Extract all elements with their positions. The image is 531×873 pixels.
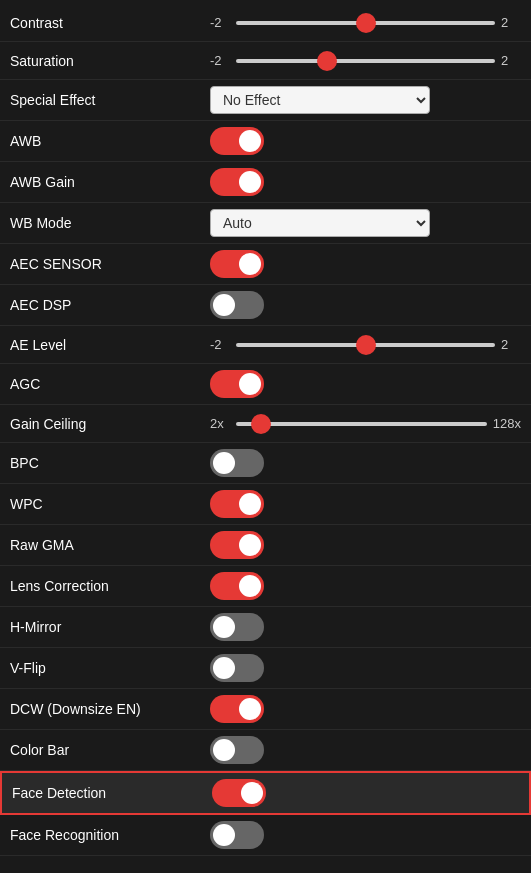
- slider-thumb-gain-ceiling[interactable]: [251, 414, 271, 434]
- row-contrast: Contrast-22: [0, 4, 531, 42]
- select-special-effect[interactable]: No EffectNegativeGrayscaleRed TintGreen …: [210, 86, 430, 114]
- toggle-wpc[interactable]: [210, 490, 264, 518]
- label-awb: AWB: [10, 133, 210, 149]
- row-face-detection: Face Detection: [0, 771, 531, 815]
- row-saturation: Saturation-22: [0, 42, 531, 80]
- row-wpc: WPC: [0, 484, 531, 525]
- label-lens-correction: Lens Correction: [10, 578, 210, 594]
- control-awb-gain: [210, 168, 521, 196]
- slider-min-saturation: -2: [210, 53, 230, 68]
- label-wb-mode: WB Mode: [10, 215, 210, 231]
- label-aec-dsp: AEC DSP: [10, 297, 210, 313]
- slider-min-ae-level: -2: [210, 337, 230, 352]
- row-agc: AGC: [0, 364, 531, 405]
- control-saturation: -22: [210, 53, 521, 68]
- toggle-face-detection[interactable]: [212, 779, 266, 807]
- toggle-face-recognition[interactable]: [210, 821, 264, 849]
- toggle-awb[interactable]: [210, 127, 264, 155]
- row-raw-gma: Raw GMA: [0, 525, 531, 566]
- label-face-detection: Face Detection: [12, 785, 212, 801]
- slider-min-contrast: -2: [210, 15, 230, 30]
- slider-track-ae-level[interactable]: [236, 343, 495, 347]
- slider-thumb-contrast[interactable]: [356, 13, 376, 33]
- toggle-color-bar[interactable]: [210, 736, 264, 764]
- control-color-bar: [210, 736, 521, 764]
- toggle-bpc[interactable]: [210, 449, 264, 477]
- row-gain-ceiling: Gain Ceiling2x128x: [0, 405, 531, 443]
- control-wpc: [210, 490, 521, 518]
- row-h-mirror: H-Mirror: [0, 607, 531, 648]
- label-contrast: Contrast: [10, 15, 210, 31]
- label-h-mirror: H-Mirror: [10, 619, 210, 635]
- control-h-mirror: [210, 613, 521, 641]
- control-aec-dsp: [210, 291, 521, 319]
- control-dcw: [210, 695, 521, 723]
- toggle-v-flip[interactable]: [210, 654, 264, 682]
- toggle-aec-sensor[interactable]: [210, 250, 264, 278]
- label-face-recognition: Face Recognition: [10, 827, 210, 843]
- label-saturation: Saturation: [10, 53, 210, 69]
- control-gain-ceiling: 2x128x: [210, 416, 521, 431]
- slider-track-contrast[interactable]: [236, 21, 495, 25]
- row-aec-sensor: AEC SENSOR: [0, 244, 531, 285]
- toggle-h-mirror[interactable]: [210, 613, 264, 641]
- row-face-recognition: Face Recognition: [0, 815, 531, 856]
- row-dcw: DCW (Downsize EN): [0, 689, 531, 730]
- slider-min-gain-ceiling: 2x: [210, 416, 230, 431]
- label-ae-level: AE Level: [10, 337, 210, 353]
- label-dcw: DCW (Downsize EN): [10, 701, 210, 717]
- control-face-detection: [212, 779, 519, 807]
- toggle-agc[interactable]: [210, 370, 264, 398]
- row-aec-dsp: AEC DSP: [0, 285, 531, 326]
- label-gain-ceiling: Gain Ceiling: [10, 416, 210, 432]
- control-ae-level: -22: [210, 337, 521, 352]
- label-agc: AGC: [10, 376, 210, 392]
- label-aec-sensor: AEC SENSOR: [10, 256, 210, 272]
- control-bpc: [210, 449, 521, 477]
- slider-thumb-saturation[interactable]: [317, 51, 337, 71]
- control-raw-gma: [210, 531, 521, 559]
- label-wpc: WPC: [10, 496, 210, 512]
- control-aec-sensor: [210, 250, 521, 278]
- slider-max-gain-ceiling: 128x: [493, 416, 521, 431]
- control-wb-mode: AutoSunnyCloudyOfficeHome: [210, 209, 521, 237]
- slider-max-ae-level: 2: [501, 337, 521, 352]
- control-agc: [210, 370, 521, 398]
- row-awb-gain: AWB Gain: [0, 162, 531, 203]
- bottom-buttons: Get Still Start Stream Enroll Face: [0, 860, 531, 873]
- toggle-aec-dsp[interactable]: [210, 291, 264, 319]
- label-color-bar: Color Bar: [10, 742, 210, 758]
- slider-container-gain-ceiling: 2x128x: [210, 416, 521, 431]
- row-awb: AWB: [0, 121, 531, 162]
- slider-container-saturation: -22: [210, 53, 521, 68]
- row-color-bar: Color Bar: [0, 730, 531, 771]
- row-ae-level: AE Level-22: [0, 326, 531, 364]
- slider-track-saturation[interactable]: [236, 59, 495, 63]
- toggle-lens-correction[interactable]: [210, 572, 264, 600]
- slider-container-contrast: -22: [210, 15, 521, 30]
- control-lens-correction: [210, 572, 521, 600]
- row-v-flip: V-Flip: [0, 648, 531, 689]
- control-awb: [210, 127, 521, 155]
- slider-track-gain-ceiling[interactable]: [236, 422, 487, 426]
- row-lens-correction: Lens Correction: [0, 566, 531, 607]
- control-face-recognition: [210, 821, 521, 849]
- slider-thumb-ae-level[interactable]: [356, 335, 376, 355]
- toggle-raw-gma[interactable]: [210, 531, 264, 559]
- label-special-effect: Special Effect: [10, 92, 210, 108]
- row-bpc: BPC: [0, 443, 531, 484]
- label-raw-gma: Raw GMA: [10, 537, 210, 553]
- control-v-flip: [210, 654, 521, 682]
- label-awb-gain: AWB Gain: [10, 174, 210, 190]
- row-wb-mode: WB ModeAutoSunnyCloudyOfficeHome: [0, 203, 531, 244]
- toggle-dcw[interactable]: [210, 695, 264, 723]
- select-wb-mode[interactable]: AutoSunnyCloudyOfficeHome: [210, 209, 430, 237]
- slider-max-saturation: 2: [501, 53, 521, 68]
- settings-container: Contrast-22Saturation-22Special EffectNo…: [0, 0, 531, 860]
- control-special-effect: No EffectNegativeGrayscaleRed TintGreen …: [210, 86, 521, 114]
- control-contrast: -22: [210, 15, 521, 30]
- slider-max-contrast: 2: [501, 15, 521, 30]
- row-special-effect: Special EffectNo EffectNegativeGrayscale…: [0, 80, 531, 121]
- label-bpc: BPC: [10, 455, 210, 471]
- toggle-awb-gain[interactable]: [210, 168, 264, 196]
